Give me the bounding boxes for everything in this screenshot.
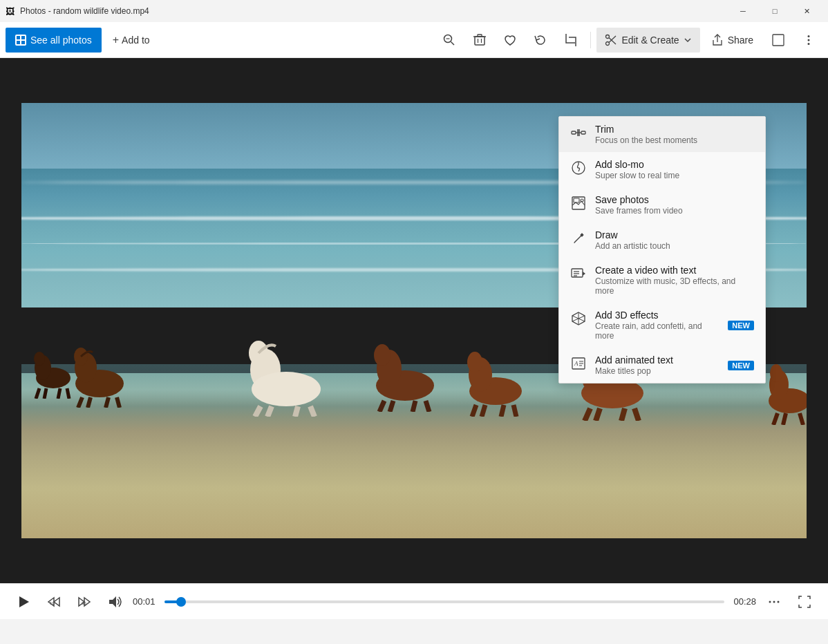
chevron-down-icon (684, 36, 692, 44)
svg-line-56 (514, 405, 516, 417)
player-more-button[interactable] (762, 589, 787, 614)
svg-text:A: A (574, 360, 578, 367)
rewind-button[interactable]: 10 (41, 589, 66, 614)
share-button[interactable]: Share (703, 28, 762, 53)
fullscreen-button[interactable] (792, 589, 817, 614)
save-photos-title: Save photos (595, 194, 754, 205)
media-controls: 10 30 00:01 (0, 583, 828, 619)
menu-item-slomo[interactable]: Add slo-mo Super slow to real time (559, 152, 765, 187)
menu-item-animated-text[interactable]: A Add animated text Make titles pop NEW (559, 348, 765, 383)
seek-bar[interactable] (164, 595, 724, 609)
zoom-button[interactable] (435, 26, 463, 54)
3d-effects-text: Add 3D effects Create rain, add confetti… (595, 310, 719, 341)
horse-4 (461, 344, 530, 417)
horse-3 (367, 336, 443, 412)
svg-line-48 (413, 401, 415, 412)
menu-item-3d-effects[interactable]: Add 3D effects Create rain, add confetti… (559, 303, 765, 348)
svg-line-69 (800, 413, 803, 425)
svg-line-39 (267, 406, 272, 417)
menu-item-trim[interactable]: Trim Focus on the best moments (559, 117, 765, 152)
svg-point-104 (769, 600, 771, 603)
svg-point-66 (770, 364, 782, 382)
player-more-icon (767, 595, 781, 609)
delete-button[interactable] (466, 26, 493, 54)
edit-create-dropdown: Trim Focus on the best moments Add slo-m… (558, 116, 766, 383)
svg-point-23 (34, 352, 45, 366)
svg-line-55 (501, 405, 504, 417)
svg-marker-83 (583, 272, 585, 276)
title-bar: 🖼 Photos - random wildlife video.mp4 ─ □… (0, 0, 828, 22)
add-to-button[interactable]: + Add to (104, 28, 158, 53)
svg-line-54 (482, 405, 485, 417)
slomo-subtitle: Super slow to real time (595, 171, 754, 180)
scissors-icon (605, 34, 617, 46)
draw-text: Draw Add an artistic touch (595, 229, 754, 251)
maximize-button[interactable]: □ (759, 0, 791, 22)
video-text-icon (570, 265, 587, 282)
svg-rect-78 (574, 198, 579, 202)
svg-line-5 (451, 41, 455, 45)
separator (590, 32, 591, 48)
svg-point-105 (773, 600, 775, 603)
svg-point-52 (467, 352, 482, 372)
see-all-button[interactable]: See all photos (6, 28, 102, 53)
menu-item-video-text[interactable]: Create a video with text Customize with … (559, 258, 765, 303)
svg-line-33 (106, 397, 109, 408)
svg-point-13 (606, 35, 610, 38)
volume-button[interactable] (102, 589, 127, 614)
video-text-subtitle: Customize with music, 3D effects, and mo… (595, 276, 754, 296)
animated-text-title: Add animated text (595, 354, 719, 366)
favorite-button[interactable] (496, 26, 524, 54)
svg-line-24 (36, 388, 39, 399)
svg-line-61 (596, 408, 600, 421)
svg-line-38 (255, 406, 261, 417)
svg-line-46 (379, 401, 384, 412)
svg-rect-3 (21, 41, 25, 44)
animated-text-badge: NEW (728, 361, 754, 370)
forward-button[interactable]: 30 (72, 589, 97, 614)
save-photos-text: Save photos Save frames from video (595, 194, 754, 216)
menu-item-save-photos[interactable]: Save photos Save frames from video (559, 187, 765, 222)
svg-marker-96 (19, 596, 29, 607)
svg-rect-17 (773, 35, 784, 46)
play-button[interactable] (11, 589, 36, 614)
slomo-text: Add slo-mo Super slow to real time (595, 159, 754, 180)
more-options-button[interactable] (795, 26, 822, 54)
draw-subtitle: Add an artistic touch (595, 241, 754, 251)
svg-text:30: 30 (82, 601, 86, 605)
svg-rect-7 (475, 37, 484, 45)
minimize-button[interactable]: ─ (727, 0, 759, 22)
current-time: 00:01 (133, 596, 159, 607)
title-bar-left: 🖼 Photos - random wildlife video.mp4 (6, 6, 149, 17)
svg-line-62 (621, 408, 625, 421)
svg-line-63 (634, 408, 639, 421)
svg-line-41 (310, 406, 314, 417)
svg-rect-9 (478, 35, 482, 37)
plus-icon: + (113, 34, 119, 46)
zoom-icon (442, 33, 456, 47)
trim-title: Trim (595, 124, 754, 135)
svg-marker-103 (109, 596, 116, 607)
horse-2 (68, 339, 131, 408)
title-bar-controls: ─ □ ✕ (727, 0, 822, 22)
crop-button[interactable] (557, 26, 585, 54)
volume-icon (108, 595, 122, 609)
rotate-button[interactable] (527, 26, 554, 54)
edit-create-button[interactable]: Edit & Create (596, 28, 699, 53)
3d-effects-title: Add 3D effects (595, 310, 719, 321)
svg-line-32 (88, 397, 91, 408)
save-photos-subtitle: Save frames from video (595, 206, 754, 216)
forward-icon: 30 (77, 595, 91, 609)
crop-icon (564, 33, 578, 47)
fullscreen-icon (798, 596, 811, 608)
close-button[interactable]: ✕ (791, 0, 822, 22)
svg-line-26 (58, 388, 60, 399)
slomo-title: Add slo-mo (595, 159, 754, 170)
fit-window-button[interactable] (764, 26, 792, 54)
svg-rect-71 (581, 131, 585, 134)
menu-item-draw[interactable]: Draw Add an artistic touch (559, 222, 765, 258)
draw-title: Draw (595, 229, 754, 240)
toolbar: See all photos + Add to (0, 22, 828, 58)
svg-rect-1 (21, 36, 25, 39)
share-icon (711, 34, 724, 46)
